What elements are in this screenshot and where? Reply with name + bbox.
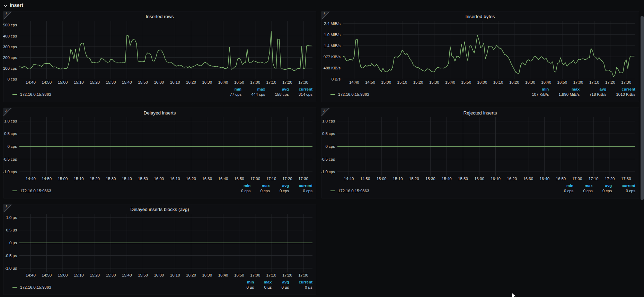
legend-series[interactable]: 172.16.0.15:9363 [330, 92, 369, 97]
x-tick-label: 17:00 [250, 273, 260, 277]
x-tick-label: 14:40 [26, 273, 36, 277]
y-tick-label: 1.0 cps [322, 119, 335, 123]
x-tick-label: 16:10 [170, 80, 180, 84]
x-tick-label: 16:20 [509, 80, 519, 84]
x-tick-label: 15:00 [58, 80, 68, 84]
scrollbar-track[interactable] [640, 0, 644, 297]
x-tick-label: 17:30 [298, 273, 308, 277]
y-tick-label: 1.9 MiB/s [324, 33, 341, 37]
x-tick-label: 15:30 [106, 273, 116, 277]
stat-value-avg: 158 cps [265, 92, 289, 97]
x-tick-label: 15:20 [413, 80, 423, 84]
x-tick-label: 16:20 [186, 80, 196, 84]
x-tick-label: 17:30 [298, 80, 308, 84]
x-tick-label: 14:50 [42, 80, 52, 84]
x-tick-label: 15:20 [90, 80, 100, 84]
x-tick-label: 15:30 [106, 177, 116, 181]
stat-header-max[interactable]: max [250, 183, 270, 188]
section-title: Insert [10, 2, 23, 8]
chart-canvas [337, 117, 635, 176]
stat-header-current[interactable]: current [606, 87, 635, 92]
stat-header-current[interactable]: current [289, 87, 312, 92]
panel-title[interactable]: Delayed inserts [3, 109, 316, 117]
legend-series[interactable]: 172.16.0.15:9363 [12, 92, 51, 97]
stat-header-current[interactable]: current [289, 183, 312, 188]
panel-info-icon[interactable]: i [3, 204, 11, 212]
plot-area[interactable] [343, 21, 635, 79]
x-tick-label: 15:10 [74, 80, 84, 84]
x-axis: 14:4014:5015:0015:1015:2015:3015:4015:50… [19, 79, 312, 86]
stat-value-max: 1.890 MiB/s [549, 92, 580, 97]
y-tick-label: 0 cps [8, 77, 17, 81]
stat-value-max: 444 cps [241, 92, 265, 97]
plot-area[interactable] [19, 21, 312, 79]
x-tick-label: 17:20 [282, 177, 292, 181]
stat-header-min[interactable]: min [522, 87, 549, 92]
stat-header-current[interactable]: current [612, 183, 635, 188]
stat-header-max[interactable]: max [549, 87, 580, 92]
x-tick-label: 14:40 [344, 177, 354, 181]
series-color-dash [12, 287, 17, 288]
x-tick-label: 15:40 [442, 177, 452, 181]
plot-area[interactable] [337, 117, 635, 176]
y-tick-label: 0 cps [326, 144, 335, 148]
panel-title[interactable]: Rejected inserts [321, 109, 639, 117]
y-tick-label: 1.4 MiB/s [324, 44, 341, 48]
plot-area[interactable] [19, 117, 312, 176]
stat-value-current: 1010 KiB/s [606, 92, 635, 97]
x-tick-label: 16:40 [218, 177, 228, 181]
stat-header-max[interactable]: max [241, 87, 265, 92]
stat-header-avg[interactable]: avg [580, 87, 606, 92]
legend-stats-table: minmaxavgcurrent107 KiB/s1.890 MiB/s718 … [522, 87, 635, 97]
stat-header-min[interactable]: min [237, 280, 254, 285]
y-axis: 2.4 MiB/s1.9 MiB/s1.4 MiB/s977 KiB/s488 … [321, 21, 343, 79]
panel-title[interactable]: Inserted rows [3, 12, 316, 21]
y-tick-label: 200 cps [3, 56, 17, 60]
plot-area[interactable] [19, 214, 312, 272]
x-tick-label: 16:30 [202, 273, 212, 277]
x-tick-label: 16:50 [556, 177, 566, 181]
stat-header-min[interactable]: min [220, 87, 241, 92]
x-tick-label: 16:30 [202, 177, 212, 181]
legend-series[interactable]: 172.16.0.15:9363 [12, 189, 51, 194]
scrollbar-thumb[interactable] [641, 16, 644, 200]
panel-info-icon[interactable]: i [321, 11, 329, 19]
legend-series[interactable]: 172.16.0.15:9363 [330, 189, 369, 194]
graph-panel-delayed-inserts: i Delayed inserts 1.0 cps0.5 cps0 cps-0.… [3, 108, 316, 198]
stat-value-current: 0 µs [289, 285, 312, 290]
stat-header-min[interactable]: min [231, 183, 251, 188]
legend-series[interactable]: 172.16.0.15:9363 [12, 285, 51, 290]
stat-header-max[interactable]: max [254, 280, 272, 285]
legend: 172.16.0.15:9363 minmaxavgcurrent0 µs0 µ… [3, 280, 316, 290]
y-tick-label: -0.5 cps [3, 157, 17, 161]
stat-header-max[interactable]: max [573, 183, 593, 188]
stat-value-min: 0 cps [231, 188, 251, 194]
x-axis: 14:4014:5015:0015:1015:2015:3015:4015:50… [19, 272, 312, 279]
stat-header-min[interactable]: min [554, 183, 574, 188]
x-tick-label: 17:10 [589, 177, 599, 181]
section-header-insert[interactable]: Insert [3, 1, 23, 9]
y-tick-label: 0.5 µs [6, 228, 17, 232]
stat-value-avg: 0 cps [593, 188, 612, 194]
x-tick-label: 16:00 [154, 80, 164, 84]
x-tick-label: 15:50 [458, 177, 468, 181]
stat-header-avg[interactable]: avg [272, 280, 289, 285]
stat-header-avg[interactable]: avg [270, 183, 289, 188]
x-tick-label: 15:10 [74, 177, 84, 181]
stat-value-avg: 0 µs [272, 285, 289, 290]
x-tick-label: 15:10 [393, 177, 403, 181]
x-tick-label: 16:30 [523, 177, 533, 181]
stat-header-current[interactable]: current [289, 280, 312, 285]
stat-header-avg[interactable]: avg [593, 183, 612, 188]
panel-info-icon[interactable]: i [3, 108, 11, 116]
x-tick-label: 17:10 [266, 273, 276, 277]
legend-series-name: 172.16.0.15:9363 [338, 189, 369, 193]
x-tick-label: 16:20 [507, 177, 517, 181]
panel-info-icon[interactable]: i [321, 108, 329, 116]
panel-info-icon[interactable]: i [3, 11, 11, 19]
x-tick-label: 14:50 [360, 177, 370, 181]
panel-title[interactable]: Delayed inserts blocks (avg) [3, 205, 316, 214]
panel-title[interactable]: Inserted bytes [321, 12, 639, 21]
stat-header-avg[interactable]: avg [265, 87, 289, 92]
y-tick-label: -1.0 cps [3, 170, 17, 174]
